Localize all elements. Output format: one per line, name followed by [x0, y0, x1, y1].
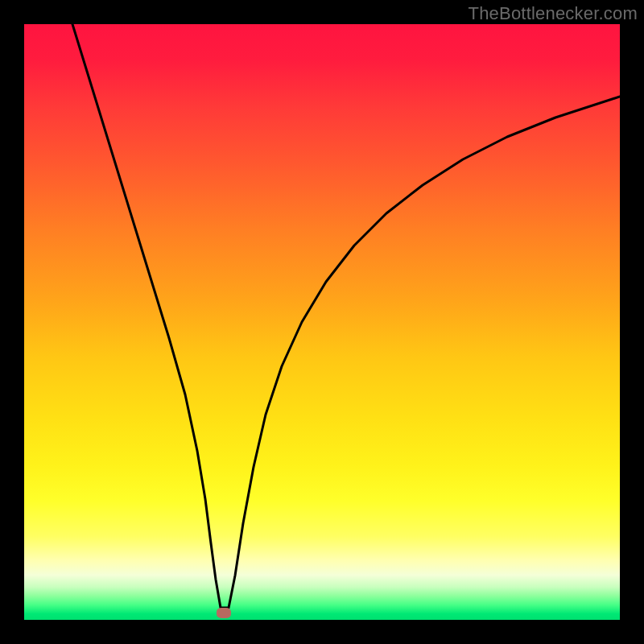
bottleneck-curve: [72, 24, 620, 608]
watermark-text: TheBottlenecker.com: [469, 3, 638, 24]
plot-area: [24, 24, 620, 620]
chart-frame: TheBottlenecker.com: [0, 0, 644, 644]
curve-svg: [24, 24, 620, 620]
optimal-point-marker: [217, 608, 231, 618]
